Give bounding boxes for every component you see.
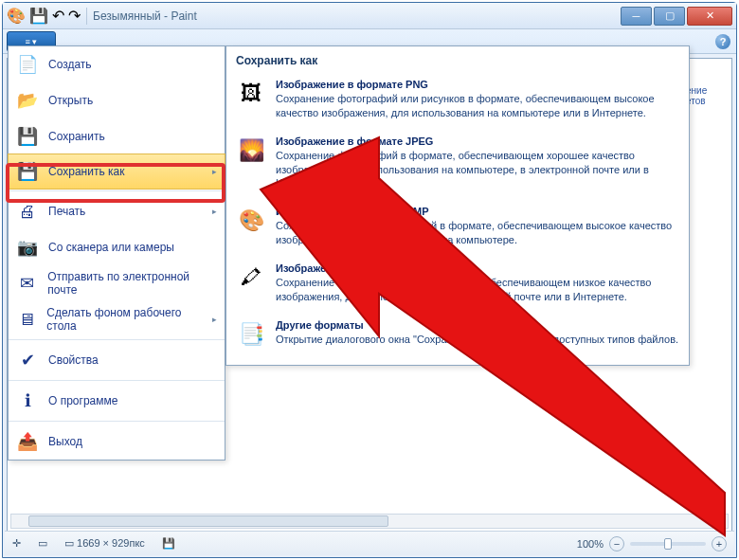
option-description: Сохранение фотографий в формате, обеспеч… [276, 149, 679, 191]
menu-item-label: Сохранить как [48, 165, 124, 178]
option-heading: Изображение в формате JPEG [276, 135, 679, 147]
chevron-right-icon: ▸ [212, 167, 217, 176]
app-icon: 🎨 [7, 7, 26, 25]
menu-item-label: Создать [48, 58, 92, 71]
about-icon: ℹ [16, 389, 39, 412]
maximize-button[interactable]: ▢ [654, 7, 685, 26]
titlebar: 🎨 💾 ↶ ↷ Безымянный - Paint ─ ▢ ✕ [3, 3, 736, 29]
email-icon: ✉ [16, 272, 38, 295]
option-description: Открытие диалогового окна "Сохранить как… [276, 333, 678, 347]
file-size-icon: 💾 [162, 537, 175, 550]
zoom-in-button[interactable]: + [712, 536, 727, 551]
menu-item-label: Отправить по электронной почте [47, 270, 217, 297]
chevron-right-icon: ▸ [212, 207, 217, 216]
saveas-option-3[interactable]: 🖍Изображение в формате GIFСохранение про… [226, 257, 689, 314]
option-heading: Изображение в формате GIF [276, 262, 679, 274]
save-icon: 💾 [16, 125, 39, 148]
option-description: Сохранение фотографий или рисунков в фор… [276, 92, 679, 120]
submenu-title: Сохранить как [226, 46, 689, 73]
file-menu-item-print[interactable]: 🖨Печать▸ [9, 193, 225, 229]
format-icon: 🖼 [236, 79, 266, 109]
menu-item-label: Свойства [48, 353, 99, 367]
menu-item-label: О программе [48, 394, 117, 407]
undo-icon[interactable]: ↶ [52, 7, 64, 25]
file-menu-item-email[interactable]: ✉Отправить по электронной почте [9, 265, 225, 301]
file-menu-item-properties[interactable]: ✔Свойства [9, 342, 225, 378]
properties-icon: ✔ [16, 349, 39, 371]
chevron-right-icon: ▸ [212, 315, 217, 324]
zoom-slider[interactable] [630, 542, 706, 546]
option-heading: Другие форматы [276, 319, 678, 331]
file-menu-item-new[interactable]: 📄Создать [9, 46, 225, 82]
selection-size-icon: ▭ [38, 537, 47, 550]
horizontal-scrollbar[interactable] [10, 514, 729, 529]
format-icon: 📑 [236, 319, 266, 350]
format-icon: 🌄 [236, 135, 266, 166]
cursor-pos-icon: ✛ [12, 537, 21, 550]
option-heading: Изображение в формате PNG [276, 79, 679, 90]
help-button[interactable]: ? [715, 34, 730, 49]
redo-icon[interactable]: ↷ [68, 7, 81, 25]
scrollbar-thumb[interactable] [28, 515, 388, 527]
menu-item-label: Со сканера или камеры [48, 241, 174, 254]
exit-icon: 📤 [16, 430, 39, 453]
file-menu: 📄Создать📂Открыть💾Сохранить💾Сохранить как… [8, 45, 225, 461]
saveas-icon: 💾 [16, 160, 39, 183]
format-icon: 🖍 [236, 262, 266, 293]
file-menu-item-about[interactable]: ℹО программе [9, 383, 225, 419]
menu-item-label: Выход [48, 435, 82, 448]
file-menu-item-wallpaper[interactable]: 🖥Сделать фоном рабочего стола▸ [9, 301, 225, 337]
option-description: Сохранение простых рисунков в формате, о… [276, 276, 679, 304]
menu-item-label: Печать [48, 205, 85, 218]
save-icon[interactable]: 💾 [29, 7, 48, 25]
saveas-option-4[interactable]: 📑Другие форматыОткрытие диалогового окна… [226, 314, 689, 359]
file-menu-item-exit[interactable]: 📤Выход [9, 424, 225, 460]
zoom-slider-thumb[interactable] [664, 538, 672, 550]
quick-access-toolbar: 🎨 💾 ↶ ↷ [7, 7, 81, 25]
close-button[interactable]: ✕ [687, 7, 732, 26]
saveas-option-2[interactable]: 🎨Изображение в формате BMPСохранение люб… [226, 200, 689, 257]
zoom-control: 100% − + [577, 536, 727, 551]
saveas-option-0[interactable]: 🖼Изображение в формате PNGСохранение фот… [226, 73, 689, 130]
open-icon: 📂 [16, 89, 39, 112]
menu-item-label: Сделать фоном рабочего стола [46, 306, 203, 333]
separator [86, 8, 87, 25]
statusbar: ✛ ▭ ▭ 1669 × 929пкс 💾 100% − + [5, 531, 734, 555]
zoom-value: 100% [577, 538, 604, 550]
format-icon: 🎨 [236, 206, 266, 236]
wallpaper-icon: 🖥 [16, 308, 37, 331]
zoom-out-button[interactable]: − [609, 536, 624, 551]
option-heading: Изображение в формате BMP [276, 206, 679, 217]
minimize-button[interactable]: ─ [621, 7, 652, 26]
menu-item-label: Открыть [48, 94, 93, 107]
saveas-submenu: Сохранить как 🖼Изображение в формате PNG… [225, 45, 690, 366]
canvas-size: ▭ 1669 × 929пкс [64, 537, 145, 550]
window-title: Безымянный - Paint [93, 9, 197, 23]
file-menu-item-scanner[interactable]: 📷Со сканера или камеры [9, 229, 225, 265]
menu-item-label: Сохранить [48, 130, 105, 143]
window-controls: ─ ▢ ✕ [621, 7, 732, 26]
file-menu-item-open[interactable]: 📂Открыть [9, 82, 225, 118]
scanner-icon: 📷 [16, 236, 39, 259]
file-menu-item-save[interactable]: 💾Сохранить [9, 118, 225, 154]
new-icon: 📄 [16, 53, 39, 76]
print-icon: 🖨 [16, 200, 39, 223]
saveas-option-1[interactable]: 🌄Изображение в формате JPEGСохранение фо… [226, 130, 689, 201]
option-description: Сохранение любых изображений в формате, … [276, 219, 679, 247]
file-menu-item-saveas[interactable]: 💾Сохранить как▸ [8, 154, 225, 190]
panel-fragment: ение етов [686, 85, 724, 106]
